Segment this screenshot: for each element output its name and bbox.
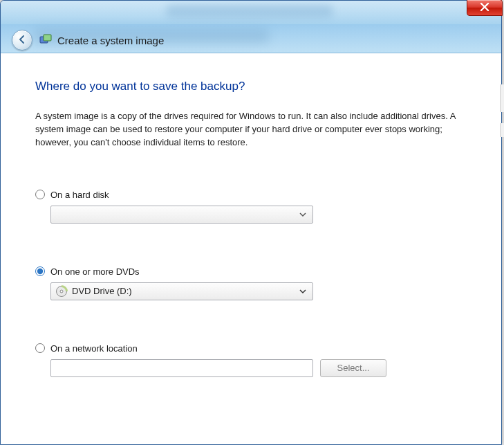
option-hard-disk-label: On a hard disk — [50, 190, 109, 200]
dvd-dropdown[interactable]: DVD Drive (D:) — [50, 282, 313, 300]
network-select-button[interactable]: Select... — [320, 359, 386, 377]
page-heading: Where do you want to save the backup? — [35, 80, 467, 93]
option-network: On a network location Select... — [35, 343, 467, 377]
background-artifact — [500, 84, 504, 112]
svg-point-3 — [60, 290, 63, 293]
disc-icon — [55, 285, 68, 298]
option-dvd: On one or more DVDs DVD Drive (D:) — [35, 266, 467, 300]
wizard-body: Where do you want to save the backup? A … — [5, 53, 497, 443]
page-description: A system image is a copy of the drives r… — [35, 110, 457, 149]
back-button[interactable] — [12, 30, 32, 51]
window-header: Create a system image — [1, 1, 501, 53]
wizard-title: Create a system image — [57, 35, 164, 46]
option-hard-disk-row[interactable]: On a hard disk — [35, 190, 467, 200]
option-hard-disk: On a hard disk — [35, 190, 467, 224]
network-path-input[interactable] — [50, 359, 313, 377]
wizard-title-row: Create a system image — [39, 34, 164, 46]
option-dvd-label: On one or more DVDs — [50, 266, 140, 277]
option-network-row[interactable]: On a network location — [35, 343, 467, 354]
svg-rect-1 — [44, 35, 51, 41]
radio-hard-disk[interactable] — [35, 190, 45, 199]
parent-window-title-blur — [167, 5, 333, 17]
hard-disk-dropdown[interactable] — [50, 206, 313, 224]
chevron-down-icon — [296, 284, 310, 298]
background-artifact — [500, 123, 504, 137]
system-image-icon — [39, 34, 52, 46]
network-input-row: Select... — [35, 359, 467, 377]
chevron-down-icon — [296, 208, 310, 221]
option-dvd-row[interactable]: On one or more DVDs — [35, 266, 467, 277]
radio-dvd[interactable] — [35, 266, 45, 276]
back-arrow-icon — [17, 34, 28, 47]
wizard-window: Create a system image Where do you want … — [0, 0, 502, 445]
radio-network[interactable] — [35, 343, 45, 353]
close-icon — [480, 3, 489, 13]
dvd-dropdown-value: DVD Drive (D:) — [72, 286, 132, 296]
option-network-label: On a network location — [50, 343, 138, 354]
close-button[interactable] — [467, 0, 503, 16]
